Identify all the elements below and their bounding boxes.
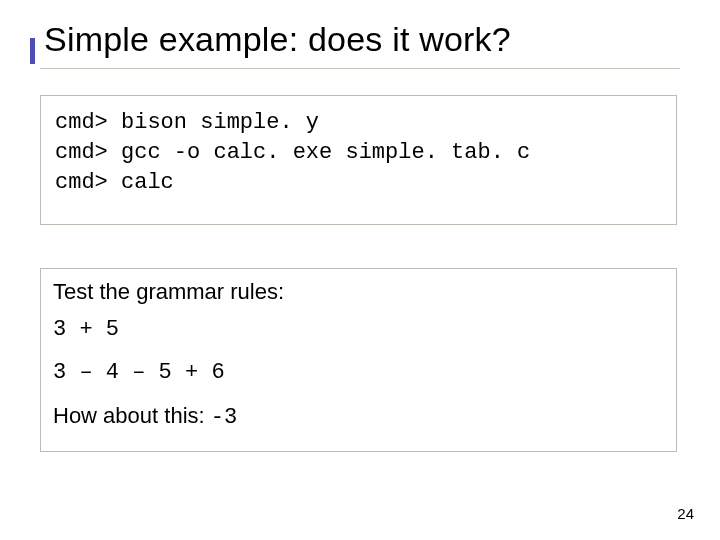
slide: Simple example: does it work? cmd> bison… <box>0 0 720 540</box>
cmd-line-1: cmd> bison simple. y <box>55 110 319 135</box>
test-final-code: -3 <box>211 405 237 430</box>
test-final-prefix: How about this: <box>53 403 211 428</box>
test-final-line: How about this: -3 <box>53 403 664 430</box>
test-heading: Test the grammar rules: <box>53 279 664 305</box>
command-box: cmd> bison simple. y cmd> gcc -o calc. e… <box>40 95 677 225</box>
slide-title: Simple example: does it work? <box>44 20 511 59</box>
page-number: 24 <box>677 505 694 522</box>
cmd-line-3: cmd> calc <box>55 170 174 195</box>
test-expr-2: 3 – 4 – 5 + 6 <box>53 360 664 385</box>
title-accent-bar <box>30 38 35 64</box>
test-expr-1: 3 + 5 <box>53 317 664 342</box>
test-box: Test the grammar rules: 3 + 5 3 – 4 – 5 … <box>40 268 677 452</box>
title-underline <box>40 68 680 69</box>
cmd-line-2: cmd> gcc -o calc. exe simple. tab. c <box>55 140 530 165</box>
title-block: Simple example: does it work? <box>30 20 511 59</box>
